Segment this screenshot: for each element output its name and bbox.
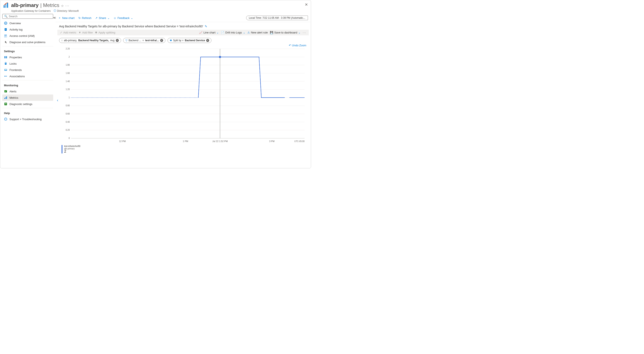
info-icon: ⓘ [54,9,56,13]
sidebar-item-locks[interactable]: Locks [2,60,53,67]
sidebar-item-label: Activity log [10,28,22,31]
svg-rect-21 [6,97,6,99]
svg-text:2.20: 2.20 [66,48,70,50]
assoc-icon [4,75,7,78]
overview-icon [4,22,7,25]
sidebar-item-assoc[interactable]: Associations [2,73,53,79]
alerts-icon [4,90,7,93]
add-metric-button[interactable]: ⤢Add metric [60,31,76,34]
new-chart-button[interactable]: ＋New chart [58,16,74,20]
chevron-down-icon: ⌄ [243,31,245,34]
svg-rect-12 [6,56,7,58]
svg-text:1.40: 1.40 [66,80,70,83]
line-chart-icon: 📈 [199,31,202,34]
header-more-button[interactable]: ··· [65,4,69,8]
section-monitoring: Monitoring [2,81,53,88]
diag-icon [4,40,7,44]
add-metric-icon: ⤢ [60,31,62,34]
sidebar-item-label: Support + Troubleshooting [10,118,42,121]
sidebar-item-diagset[interactable]: Diagnostic settings [2,101,53,107]
share-button[interactable]: ↗Share ⌄ [95,17,110,20]
remove-filter-button[interactable]: ✕ [160,39,163,42]
chevron-down-icon: ⌄ [298,31,300,34]
save-dashboard-button[interactable]: 💾Save to dashboard⌄ [270,31,300,34]
alert-icon: ⚠ [248,31,250,34]
svg-rect-20 [4,98,5,99]
svg-rect-0 [4,5,4,8]
feedback-button[interactable]: ☺Feedback ⌄ [114,17,133,20]
sidebar-item-label: Diagnose and solve problems [10,41,46,44]
svg-rect-25 [5,104,6,104]
sidebar: 🔍 ≪ OverviewActivity logAccess control (… [0,14,55,168]
add-filter-button[interactable]: ▼Add filter [78,31,93,34]
svg-text:UTC-05:00: UTC-05:00 [294,140,304,142]
sidebar-item-diag[interactable]: Diagnose and solve problems [2,39,53,45]
frontends-icon [4,68,7,72]
sidebar-item-label: Frontends [10,68,22,72]
split-icon: ✱ [170,39,172,42]
svg-rect-1 [6,4,6,8]
edit-title-button[interactable]: ✎ [205,25,207,28]
svg-text:0.80: 0.80 [66,104,70,107]
support-icon: ? [4,117,7,121]
svg-rect-10 [4,56,5,58]
svg-point-4 [5,23,6,24]
chart-toolbar: ⤢Add metric ▼Add filter ✱Apply splitting… [58,30,309,35]
close-button[interactable]: ✕ [305,2,308,7]
sidebar-item-label: Alerts [10,90,16,93]
sidebar-item-label: Metrics [10,96,18,99]
share-icon: ↗ [95,17,98,20]
drill-logs-button[interactable]: 📄Drill into Logs ⌄ [221,31,245,34]
svg-text:0.40: 0.40 [66,121,70,123]
chart-plot-area[interactable]: 00.200.400.600.8011.201.401.601.8022.201… [60,48,307,145]
chart-title-text: Avg Backend Healthy Targets for alb-prim… [59,25,203,28]
resource-type-label: Application Gateway for Containers [11,10,51,13]
remove-split-button[interactable]: ✕ [206,39,209,42]
legend-color-swatch [62,145,62,153]
svg-text:0.20: 0.20 [66,129,70,131]
sidebar-item-metrics[interactable]: Metrics [2,94,53,101]
sidebar-item-frontends[interactable]: Frontends [2,67,53,73]
expand-panel-button[interactable]: ‹ [57,98,58,102]
sidebar-item-support[interactable]: ?Support + Troubleshooting [2,116,53,122]
sidebar-item-label: Locks [10,62,16,65]
sidebar-item-alerts[interactable]: Alerts [2,88,53,94]
apply-splitting-button[interactable]: ✱Apply splitting [95,31,115,34]
svg-text:0.60: 0.60 [66,113,70,115]
refresh-icon: ↻ [78,17,81,20]
sidebar-item-iam[interactable]: Access control (IAM) [2,33,53,39]
filter-pill[interactable]: ▽ Backend ... = test-infra/... ✕ [123,38,166,43]
chevron-down-icon: ⌄ [131,17,133,20]
svg-text:0: 0 [68,137,70,139]
time-range-button[interactable]: Local Time: 7/22 11:05 AM - 3:39 PM (Aut… [246,16,308,20]
diagset-icon [4,102,7,106]
chart-more-button[interactable]: ··· [303,31,306,34]
new-alert-button[interactable]: ⚠New alert rule [248,31,268,34]
sidebar-item-label: Associations [10,75,25,78]
undo-zoom-button[interactable]: ↶ Undo Zoom [289,44,306,47]
collapse-sidebar-button[interactable]: ≪ [53,16,56,19]
resource-name: alb-primary [11,2,39,8]
svg-text:2: 2 [68,56,70,58]
svg-text:1.60: 1.60 [66,72,70,74]
remove-metric-button[interactable]: ✕ [116,39,119,42]
metric-pill[interactable]: ⫶ alb-primary, Backend Healthy Targets, … [59,38,121,43]
sidebar-item-activity[interactable]: Activity log [2,26,53,33]
split-icon: ✱ [95,31,97,34]
favorite-button[interactable]: ☆ [61,4,64,8]
sidebar-item-props[interactable]: Properties [2,54,53,60]
plus-icon: ＋ [58,16,61,20]
activity-icon [4,28,7,31]
chart-type-dropdown[interactable]: 📈Line chart ⌄ [199,31,219,34]
refresh-button[interactable]: ↻Refresh [78,17,92,20]
smile-icon: ☺ [114,17,116,20]
command-bar: ＋New chart ↻Refresh ↗Share ⌄ ☺Feedback ⌄… [55,14,311,22]
save-icon: 💾 [270,31,273,34]
sidebar-item-overview[interactable]: Overview [2,20,53,26]
sidebar-search-input[interactable] [9,15,51,18]
legend-series-name: test-infra/echo/80 [64,145,80,147]
svg-point-17 [6,76,7,77]
split-pill[interactable]: ✱ Split by = Backend Service ✕ [168,38,212,43]
directory-label: Directory: Microsoft [57,10,78,13]
section-settings: Settings [2,47,53,54]
